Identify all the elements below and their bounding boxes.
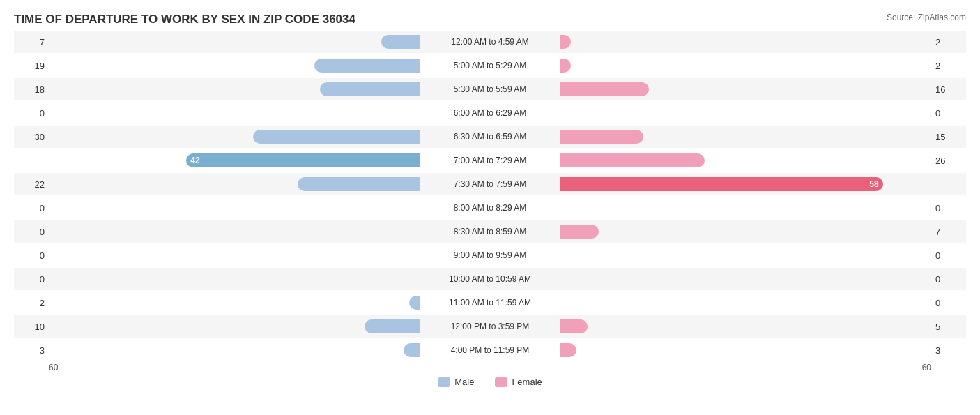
legend-female-box bbox=[495, 377, 507, 387]
time-label: 8:30 AM to 8:59 AM bbox=[420, 227, 560, 236]
male-bar-container bbox=[49, 295, 420, 310]
bar-pair: 4:00 PM to 11:59 PM bbox=[49, 339, 931, 361]
male-bar-container bbox=[49, 224, 420, 239]
male-bar bbox=[320, 82, 420, 96]
male-value: 3 bbox=[14, 345, 49, 356]
bar-pair-container: 10:00 AM to 10:59 AM bbox=[49, 268, 931, 290]
female-bar bbox=[560, 225, 599, 239]
male-bar-container bbox=[49, 105, 420, 121]
time-label: 6:30 AM to 6:59 AM bbox=[420, 132, 560, 142]
female-bar bbox=[560, 343, 576, 357]
time-label: 4:00 PM to 11:59 PM bbox=[420, 345, 560, 355]
female-bar-container bbox=[560, 200, 931, 216]
bar-pair-container: 7:30 AM to 7:59 AM58 bbox=[49, 173, 931, 195]
time-label: 10:00 AM to 10:59 AM bbox=[420, 274, 560, 284]
male-value: 30 bbox=[14, 132, 49, 142]
male-value: 7 bbox=[14, 37, 49, 47]
time-label: 7:30 AM to 7:59 AM bbox=[420, 179, 560, 189]
female-value: 7 bbox=[931, 227, 966, 237]
female-bar-value: 58 bbox=[865, 177, 883, 191]
female-value: 0 bbox=[931, 203, 966, 213]
chart-row: 227:30 AM to 7:59 AM58 bbox=[14, 173, 966, 195]
bar-pair-container: 8:30 AM to 8:59 AM bbox=[49, 220, 931, 243]
time-label: 11:00 AM to 11:59 AM bbox=[420, 298, 560, 308]
female-value: 0 bbox=[931, 250, 966, 261]
female-bar-container bbox=[560, 271, 931, 287]
male-bar-container bbox=[49, 271, 420, 287]
source-label: Source: ZipAtlas.com bbox=[887, 13, 966, 22]
female-bar-container bbox=[560, 153, 931, 168]
x-axis-left: 60 bbox=[49, 363, 58, 372]
legend-male: Male bbox=[438, 377, 474, 387]
legend-male-box bbox=[438, 377, 450, 387]
male-bar-container bbox=[49, 129, 420, 144]
female-bar-container bbox=[560, 248, 931, 263]
male-bar bbox=[253, 130, 420, 144]
bar-pair: 5:00 AM to 5:29 AM bbox=[49, 54, 931, 77]
female-bar: 58 bbox=[560, 177, 883, 191]
female-bar bbox=[560, 130, 643, 144]
bar-pair: 12:00 PM to 3:59 PM bbox=[49, 315, 931, 338]
chart-row: 306:30 AM to 6:59 AM15 bbox=[14, 126, 966, 148]
chart-row: 195:00 AM to 5:29 AM2 bbox=[14, 54, 966, 77]
male-bar-container bbox=[49, 342, 420, 358]
time-label: 9:00 AM to 9:59 AM bbox=[420, 250, 560, 260]
bar-pair: 11:00 AM to 11:59 AM bbox=[49, 292, 931, 314]
male-bar bbox=[409, 296, 420, 310]
male-bar: 42 bbox=[186, 153, 420, 167]
female-value: 2 bbox=[931, 37, 966, 47]
female-bar-container bbox=[560, 58, 931, 73]
female-bar-container bbox=[560, 319, 931, 334]
bar-pair: 7:30 AM to 7:59 AM58 bbox=[49, 173, 931, 195]
male-bar-container bbox=[49, 176, 420, 192]
male-bar bbox=[404, 343, 420, 357]
bar-pair: 12:00 AM to 4:59 AM bbox=[49, 31, 931, 53]
chart-container: TIME OF DEPARTURE TO WORK BY SEX IN ZIP … bbox=[0, 0, 980, 415]
chart-row: 34:00 PM to 11:59 PM3 bbox=[14, 339, 966, 361]
bar-pair: 427:00 AM to 7:29 AM bbox=[49, 149, 931, 172]
female-bar-container bbox=[560, 129, 931, 144]
female-value: 16 bbox=[931, 84, 966, 95]
legend-male-label: Male bbox=[454, 377, 474, 387]
male-bar bbox=[381, 35, 420, 49]
male-bar-container bbox=[49, 319, 420, 334]
bar-pair-container: 5:00 AM to 5:29 AM bbox=[49, 54, 931, 77]
bar-pair: 6:30 AM to 6:59 AM bbox=[49, 126, 931, 148]
time-label: 12:00 AM to 4:59 AM bbox=[420, 37, 560, 47]
male-bar-value: 42 bbox=[186, 153, 204, 167]
bar-pair: 6:00 AM to 6:29 AM bbox=[49, 102, 931, 124]
time-label: 7:00 AM to 7:29 AM bbox=[420, 156, 560, 165]
female-bar-container bbox=[560, 34, 931, 50]
female-value: 3 bbox=[931, 345, 966, 356]
chart-row: 06:00 AM to 6:29 AM0 bbox=[14, 102, 966, 124]
bar-pair: 10:00 AM to 10:59 AM bbox=[49, 268, 931, 290]
female-value: 15 bbox=[931, 132, 966, 142]
male-bar-container bbox=[49, 58, 420, 73]
chart-row: 185:30 AM to 5:59 AM16 bbox=[14, 78, 966, 100]
time-label: 12:00 PM to 3:59 PM bbox=[420, 322, 560, 331]
legend-female-label: Female bbox=[512, 377, 542, 387]
female-value: 2 bbox=[931, 61, 966, 71]
chart-row: 712:00 AM to 4:59 AM2 bbox=[14, 31, 966, 53]
chart-row: 427:00 AM to 7:29 AM26 bbox=[14, 149, 966, 172]
bar-pair-container: 11:00 AM to 11:59 AM bbox=[49, 292, 931, 314]
female-value: 0 bbox=[931, 274, 966, 285]
chart-row: 08:00 AM to 8:29 AM0 bbox=[14, 197, 966, 219]
x-axis-right: 60 bbox=[922, 363, 931, 372]
time-label: 5:00 AM to 5:29 AM bbox=[420, 61, 560, 70]
legend-area: Male Female bbox=[14, 377, 966, 387]
chart-row: 211:00 AM to 11:59 AM0 bbox=[14, 292, 966, 314]
time-label: 5:30 AM to 5:59 AM bbox=[420, 84, 560, 94]
chart-area: 712:00 AM to 4:59 AM2195:00 AM to 5:29 A… bbox=[14, 31, 966, 361]
female-value: 26 bbox=[931, 156, 966, 166]
female-bar-container: 58 bbox=[560, 176, 931, 192]
male-bar bbox=[314, 59, 420, 73]
female-bar bbox=[560, 153, 705, 167]
bar-pair-container: 5:30 AM to 5:59 AM bbox=[49, 78, 931, 100]
male-value: 0 bbox=[14, 203, 49, 213]
bar-pair-container: 9:00 AM to 9:59 AM bbox=[49, 244, 931, 266]
bar-pair-container: 12:00 AM to 4:59 AM bbox=[49, 31, 931, 53]
male-value: 2 bbox=[14, 298, 49, 308]
female-bar bbox=[560, 82, 649, 96]
female-bar-container bbox=[560, 342, 931, 358]
